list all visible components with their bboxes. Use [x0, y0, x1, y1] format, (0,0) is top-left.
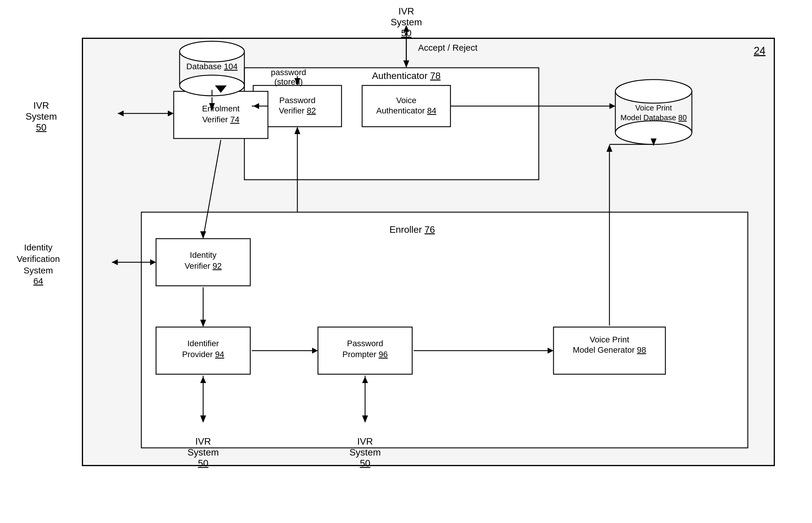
svg-marker-39 [548, 348, 553, 354]
svg-marker-21 [215, 86, 227, 93]
svg-point-14 [615, 79, 692, 103]
svg-rect-6 [156, 239, 250, 286]
enrolment-verifier-label: Enrolment [202, 104, 240, 113]
svg-marker-30 [200, 231, 206, 239]
accept-reject-label: Accept / Reject [418, 43, 477, 53]
svg-marker-44 [651, 139, 657, 146]
identifier-provider-label2: Provider 94 [182, 350, 224, 359]
svg-marker-56 [362, 377, 368, 383]
authenticator-label: Authenticator 78 [372, 70, 440, 81]
svg-rect-0 [82, 38, 774, 466]
diagram: 24 Authenticator 78 Password Verifier 82… [0, 0, 812, 523]
ivr-left: IVR System 50 [15, 100, 68, 133]
svg-rect-9 [553, 327, 665, 374]
svg-marker-23 [209, 103, 215, 110]
password-prompter-label2: Prompter 96 [342, 350, 388, 359]
vp-db-label: Voice Print [635, 104, 672, 112]
ivr-bottom-mid: IVR System 50 [336, 436, 395, 469]
svg-marker-55 [362, 415, 368, 423]
vp-db-label2: Model Database 80 [620, 113, 686, 122]
svg-marker-25 [118, 110, 124, 116]
svg-marker-26 [168, 110, 174, 116]
svg-marker-52 [200, 415, 206, 423]
identity-verification-label: IdentityVerificationSystem 64 [6, 241, 71, 286]
ivr-top: IVR System 50 [377, 6, 436, 39]
ivr-bottom-left: IVR System 50 [174, 436, 232, 469]
voice-auth-label: Voice [396, 96, 417, 105]
svg-marker-41 [606, 144, 612, 152]
svg-marker-32 [112, 259, 118, 265]
svg-line-29 [203, 140, 221, 238]
identity-verifier-label2: Verifier 92 [185, 262, 222, 270]
diagram-svg: 24 Authenticator 78 Password Verifier 82… [0, 0, 812, 523]
ref-24-label: 24 [754, 45, 766, 57]
svg-point-17 [615, 121, 692, 144]
voice-auth-label2: Authenticator 84 [376, 106, 436, 115]
svg-point-10 [180, 41, 244, 62]
password-prompter-label: Password [347, 339, 383, 348]
svg-rect-3 [362, 86, 451, 127]
password-verifier-label: Password [279, 96, 316, 105]
identity-verifier-label: Identity [190, 250, 216, 259]
svg-marker-58 [295, 127, 300, 134]
svg-marker-19 [403, 60, 409, 68]
svg-point-13 [180, 75, 244, 96]
svg-rect-8 [318, 327, 412, 374]
svg-marker-37 [312, 348, 318, 354]
svg-rect-2 [253, 86, 341, 127]
password-verifier-label2: Verifier 82 [279, 106, 316, 115]
database-label: Database 104 [186, 62, 238, 71]
enrolment-verifier-label2: Verifier 74 [202, 115, 239, 124]
svg-marker-28 [253, 103, 259, 109]
vp-generator-label: Voice Print [590, 335, 629, 344]
svg-rect-5 [174, 91, 268, 139]
svg-marker-53 [200, 377, 206, 383]
password-stored-label: password(stored) [259, 68, 318, 87]
svg-rect-4 [141, 212, 748, 448]
svg-marker-35 [200, 320, 206, 327]
vp-generator-label2: Model Generator 98 [573, 345, 646, 355]
svg-marker-46 [609, 103, 615, 109]
svg-marker-33 [150, 259, 156, 265]
identifier-provider-label: Identifier [187, 339, 219, 348]
svg-rect-7 [156, 327, 250, 374]
enroller-label: Enroller 76 [390, 224, 435, 235]
